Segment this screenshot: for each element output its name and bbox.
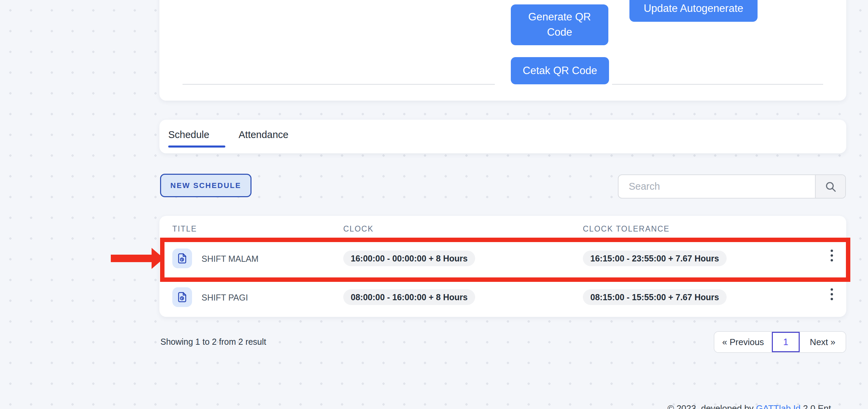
copyright-link[interactable]: GATTlab Id bbox=[756, 403, 801, 409]
row-actions-kebab-menu-icon[interactable] bbox=[829, 286, 835, 302]
column-header-clock-tolerance: CLOCK TOLERANCE bbox=[583, 224, 670, 234]
copyright-prefix: © 2023, developed by bbox=[667, 403, 756, 409]
new-schedule-button[interactable]: NEW SCHEDULE bbox=[160, 174, 251, 197]
divider-line-right bbox=[612, 84, 823, 85]
tab-schedule[interactable]: Schedule bbox=[168, 129, 209, 140]
annotation-arrow-shaft bbox=[111, 255, 152, 262]
pagination-previous-button[interactable]: « Previous bbox=[714, 332, 772, 352]
copyright-text: © 2023, developed by GATTlab Id 2.0 Ent bbox=[667, 403, 831, 409]
update-autogenerate-button[interactable]: Update Autogenerate bbox=[629, 0, 758, 22]
pagination: « Previous 1 Next » bbox=[714, 331, 846, 353]
search-input[interactable] bbox=[619, 175, 815, 198]
search-button[interactable] bbox=[815, 175, 845, 198]
file-clock-icon bbox=[172, 287, 192, 307]
annotation-highlight-rectangle bbox=[160, 238, 850, 282]
annotation-arrow-head-icon bbox=[152, 248, 164, 269]
tab-attendance[interactable]: Attendance bbox=[239, 129, 289, 140]
table-row-title: SHIFT PAGI bbox=[202, 293, 248, 303]
generate-qr-code-button[interactable]: Generate QR Code bbox=[511, 4, 608, 45]
pagination-page-1[interactable]: 1 bbox=[772, 332, 800, 352]
search-icon bbox=[824, 181, 837, 193]
results-summary: Showing 1 to 2 from 2 result bbox=[160, 337, 266, 347]
clock-tolerance-badge: 08:15:00 - 15:55:00 + 7.67 Hours bbox=[583, 289, 727, 305]
copyright-suffix: 2.0 Ent bbox=[801, 403, 831, 409]
column-header-clock: CLOCK bbox=[343, 224, 374, 234]
clock-badge: 08:00:00 - 16:00:00 + 8 Hours bbox=[343, 289, 475, 305]
column-header-title: TITLE bbox=[172, 224, 197, 234]
active-tab-indicator bbox=[168, 146, 225, 148]
cetak-qr-code-button[interactable]: Cetak QR Code bbox=[511, 57, 609, 84]
pagination-next-button[interactable]: Next » bbox=[800, 332, 846, 352]
divider-line-left bbox=[183, 84, 495, 85]
search-group bbox=[618, 174, 846, 199]
